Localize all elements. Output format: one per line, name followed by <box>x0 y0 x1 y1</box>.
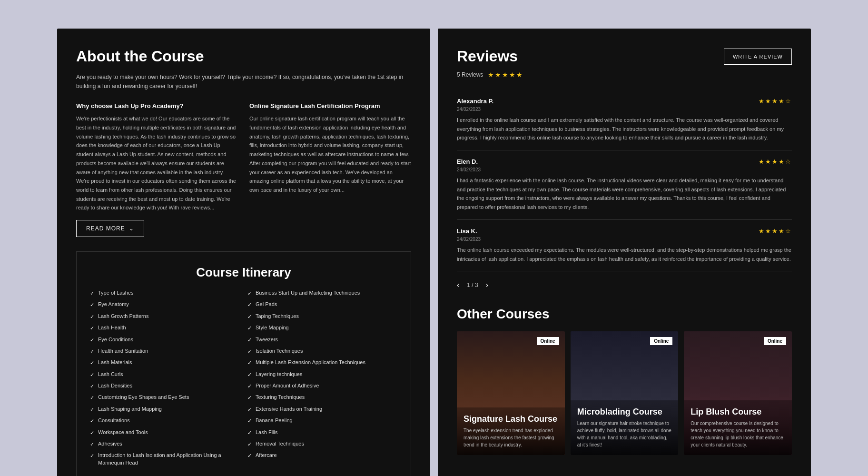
itinerary-col-left: ✓Type of Lashes✓Eye Anatomy✓Lash Growth … <box>90 289 240 470</box>
reviews-list: Alexandra P. ★★★★☆ 24/02/2023 I enrolled… <box>457 90 792 271</box>
online-col: Online Signature Lash Certification Prog… <box>249 102 411 212</box>
pagination-next-arrow[interactable]: › <box>486 281 488 289</box>
review-item: Alexandra P. ★★★★☆ 24/02/2023 I enrolled… <box>457 90 792 150</box>
itinerary-item: ✓Tweezers <box>247 336 397 344</box>
check-icon: ✓ <box>90 429 94 436</box>
review-item: Elen D. ★★★★☆ 24/02/2023 I had a fantast… <box>457 150 792 220</box>
course-card-info: Microblading Course Learn our signature … <box>571 400 679 456</box>
check-icon: ✓ <box>247 429 252 436</box>
itinerary-item: ✓Proper Amount of Adhesive <box>247 382 397 390</box>
review-stars: ★★★★☆ <box>759 98 792 105</box>
itinerary-item: ✓Texturing Techniques <box>247 394 397 401</box>
review-item: Lisa K. ★★★★☆ 24/02/2023 The online lash… <box>457 220 792 271</box>
reviews-stars-summary: ★★★★★ <box>488 71 523 79</box>
left-panel: About the Course Are you ready to make y… <box>57 29 430 476</box>
course-itinerary-box: Course Itinerary ✓Type of Lashes✓Eye Ana… <box>76 251 411 476</box>
itinerary-item: ✓Multiple Lash Extension Application Tec… <box>247 359 397 367</box>
pagination-prev-arrow[interactable]: ‹ <box>457 281 459 289</box>
itinerary-item: ✓Banana Peeling <box>247 417 397 425</box>
online-badge: Online <box>650 337 672 345</box>
itinerary-item: ✓Adhesives <box>90 440 240 448</box>
itinerary-columns: ✓Type of Lashes✓Eye Anatomy✓Lash Growth … <box>90 289 397 470</box>
review-header: Lisa K. ★★★★☆ <box>457 228 792 235</box>
course-card[interactable]: Online Microblading Course Learn our sig… <box>571 331 679 455</box>
review-text: The online lash course exceeded my expec… <box>457 246 792 263</box>
review-header: Alexandra P. ★★★★☆ <box>457 98 792 105</box>
itinerary-item: ✓Lash Densities <box>90 382 240 390</box>
review-text: I enrolled in the online lash course and… <box>457 116 792 142</box>
itinerary-item: ✓Lash Health <box>90 324 240 332</box>
course-card-name: Lip Blush Course <box>690 407 785 417</box>
itinerary-item: ✓Lash Materials <box>90 359 240 367</box>
reviews-count: 5 Reviews <box>457 71 483 78</box>
check-icon: ✓ <box>247 313 252 320</box>
check-icon: ✓ <box>90 325 94 332</box>
chevron-down-icon: ⌄ <box>129 225 134 232</box>
check-icon: ✓ <box>247 325 252 332</box>
why-body: We're perfectionists at what we do! Our … <box>76 114 238 212</box>
course-card[interactable]: Online Signature Lash Course The eyelash… <box>457 331 565 455</box>
check-icon: ✓ <box>247 452 252 459</box>
review-header: Elen D. ★★★★☆ <box>457 158 792 165</box>
review-stars: ★★★★☆ <box>759 158 792 165</box>
why-col: Why choose Lash Up Pro Academy? We're pe… <box>76 102 238 212</box>
itinerary-item: ✓Lash Shaping and Mapping <box>90 406 240 413</box>
online-badge: Online <box>537 337 559 345</box>
about-title: About the Course <box>76 48 411 65</box>
itinerary-item: ✓Isolation Techniques <box>247 347 397 355</box>
check-icon: ✓ <box>90 313 94 320</box>
right-panel: Reviews WRITE A REVIEW 5 Reviews ★★★★★ A… <box>438 29 811 476</box>
online-body: Our online signature lash certification … <box>249 114 411 194</box>
check-icon: ✓ <box>247 301 252 308</box>
review-stars: ★★★★☆ <box>759 228 792 235</box>
check-icon: ✓ <box>90 337 94 344</box>
check-icon: ✓ <box>90 394 94 401</box>
check-icon: ✓ <box>247 359 252 367</box>
check-icon: ✓ <box>90 348 94 355</box>
itinerary-item: ✓Customizing Eye Shapes and Eye Sets <box>90 394 240 401</box>
review-text: I had a fantastic experience with the on… <box>457 176 792 212</box>
review-date: 24/02/2023 <box>457 167 792 172</box>
itinerary-item: ✓Workspace and Tools <box>90 429 240 436</box>
check-icon: ✓ <box>90 452 94 459</box>
check-icon: ✓ <box>247 394 252 401</box>
itinerary-item: ✓Business Start Up and Marketing Techniq… <box>247 289 397 297</box>
check-icon: ✓ <box>90 417 94 425</box>
course-card-name: Signature Lash Course <box>464 414 558 425</box>
check-icon: ✓ <box>90 441 94 448</box>
check-icon: ✓ <box>90 371 94 378</box>
reviewer-name: Lisa K. <box>457 228 477 235</box>
itinerary-item: ✓Lash Curls <box>90 371 240 378</box>
check-icon: ✓ <box>247 441 252 448</box>
course-card-info: Lip Blush Course Our comprehensive cours… <box>684 400 792 456</box>
reviews-main-title: Reviews <box>457 48 518 65</box>
itinerary-item: ✓Lash Fills <box>247 429 397 436</box>
check-icon: ✓ <box>247 406 252 413</box>
pagination-info: 1 / 3 <box>467 282 478 288</box>
about-two-col: Why choose Lash Up Pro Academy? We're pe… <box>76 102 411 212</box>
write-review-label: WRITE A REVIEW <box>733 54 783 60</box>
itinerary-col-right: ✓Business Start Up and Marketing Techniq… <box>247 289 397 470</box>
reviewer-name: Elen D. <box>457 158 478 165</box>
pagination: ‹ 1 / 3 › <box>457 281 792 289</box>
itinerary-item: ✓Health and Sanitation <box>90 347 240 355</box>
reviews-header: Reviews WRITE A REVIEW <box>457 48 792 65</box>
itinerary-item: ✓Gel Pads <box>247 301 397 308</box>
about-intro: Are you ready to make your own hours? Wo… <box>76 73 411 91</box>
itinerary-item: ✓Style Mapping <box>247 324 397 332</box>
check-icon: ✓ <box>90 301 94 308</box>
check-icon: ✓ <box>247 290 252 297</box>
course-card-name: Microblading Course <box>577 407 672 417</box>
courses-grid: Online Signature Lash Course The eyelash… <box>457 331 792 455</box>
course-card-desc: The eyelash extension trend has exploded… <box>464 427 558 448</box>
itinerary-item: ✓Taping Techniques <box>247 313 397 320</box>
course-card-info: Signature Lash Course The eyelash extens… <box>457 407 565 456</box>
check-icon: ✓ <box>247 417 252 425</box>
course-card[interactable]: Online Lip Blush Course Our comprehensiv… <box>684 331 792 455</box>
itinerary-item: ✓Lash Growth Patterns <box>90 313 240 320</box>
write-review-button[interactable]: WRITE A REVIEW <box>724 49 792 65</box>
read-more-button[interactable]: READ MORE ⌄ <box>76 220 144 237</box>
course-card-desc: Learn our signature hair stroke techniqu… <box>577 420 672 448</box>
itinerary-item: ✓Layering techniques <box>247 371 397 378</box>
online-heading: Online Signature Lash Certification Prog… <box>249 102 411 109</box>
